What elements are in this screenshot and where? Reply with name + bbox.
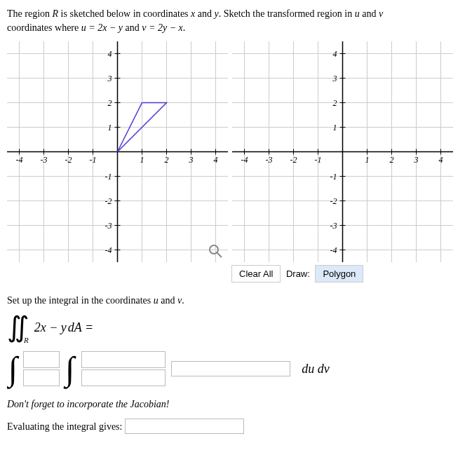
txt: and [195, 8, 214, 19]
outer-limits [23, 351, 60, 386]
var-u: u [154, 295, 159, 306]
inner-upper-limit-input[interactable] [81, 351, 166, 368]
outer-lower-limit-input[interactable] [23, 369, 60, 386]
svg-text:-4: -4 [105, 245, 112, 255]
svg-text:4: 4 [439, 155, 443, 165]
txt: Set up the integral in the coordinates [7, 295, 154, 306]
inner-integral-icon: ∫ [65, 352, 74, 386]
txt: . [182, 295, 184, 306]
svg-text:-1: -1 [315, 155, 322, 165]
double-integral-icon: ∬ [7, 313, 21, 341]
txt: coordinates where [7, 22, 81, 33]
txt: is sketched below in coordinates [58, 8, 191, 19]
plot-xy-svg: -4-3-2-11234-4-3-2-11234 [7, 41, 228, 262]
svg-text:-4: -4 [16, 155, 23, 165]
txt: and [159, 295, 177, 306]
integrand: 2x − y [34, 320, 67, 335]
svg-text:2: 2 [165, 155, 169, 165]
txt: . [183, 22, 186, 33]
svg-text:4: 4 [333, 49, 337, 59]
polygon-tool-button[interactable]: Polygon [315, 265, 363, 283]
svg-text:2: 2 [333, 98, 337, 108]
svg-text:1: 1 [333, 123, 337, 132]
svg-text:3: 3 [332, 74, 337, 83]
svg-text:-1: -1 [105, 172, 112, 182]
svg-text:2: 2 [108, 98, 112, 108]
plots-row: -4-3-2-11234-4-3-2-11234 -4-3-2-11234-4-… [7, 41, 465, 262]
svg-text:-3: -3 [266, 155, 273, 165]
plot-xy: -4-3-2-11234-4-3-2-11234 [7, 41, 228, 262]
outer-upper-limit-input[interactable] [23, 351, 60, 368]
jacobian-note: Don't forget to incorporate the Jacobian… [7, 399, 465, 410]
svg-text:3: 3 [107, 74, 112, 83]
svg-line-53 [217, 252, 222, 257]
inner-limits [80, 351, 167, 386]
svg-text:4: 4 [214, 155, 218, 165]
txt: and [360, 8, 379, 19]
svg-text:-2: -2 [105, 196, 112, 206]
svg-text:-2: -2 [65, 155, 72, 165]
svg-text:-3: -3 [41, 155, 48, 165]
txt: . Sketch the transformed region in [219, 8, 355, 19]
svg-text:-4: -4 [241, 155, 248, 165]
txt: The region [7, 8, 53, 19]
eq-v: v = 2y − x [142, 22, 183, 33]
dA-equals: dA = [68, 320, 93, 335]
svg-text:3: 3 [414, 155, 419, 165]
svg-text:-2: -2 [290, 155, 297, 165]
svg-text:-1: -1 [90, 155, 97, 165]
region-R: R [53, 8, 59, 19]
evaluate-row: Evaluating the integral gives: [7, 419, 465, 434]
svg-text:3: 3 [189, 155, 194, 165]
svg-text:1: 1 [108, 123, 112, 132]
iterated-integral-row: ∫ ∫ du dv [7, 351, 465, 386]
var-v: v [379, 8, 383, 19]
dudv-label: du dv [302, 362, 330, 376]
draw-label: Draw: [286, 268, 310, 279]
inner-lower-limit-input[interactable] [81, 369, 166, 386]
svg-text:1: 1 [140, 155, 144, 165]
problem-statement: The region R is sketched below in coordi… [7, 7, 465, 34]
integrand-input[interactable] [171, 361, 290, 376]
draw-toolbar: Clear All Draw: Polygon [231, 265, 465, 283]
svg-text:-2: -2 [330, 196, 337, 206]
svg-text:2: 2 [390, 155, 394, 165]
setup-prompt: Set up the integral in the coordinates u… [7, 295, 465, 306]
svg-text:-3: -3 [330, 221, 337, 231]
plot-uv-svg[interactable]: -4-3-2-11234-4-3-2-11234 [232, 41, 453, 262]
svg-text:-1: -1 [330, 172, 337, 182]
svg-text:1: 1 [365, 155, 370, 165]
double-integral-expression: ∬ R 2x − y dA = [7, 313, 465, 341]
svg-text:-4: -4 [330, 245, 337, 255]
region-subscript: R [24, 336, 29, 344]
outer-integral-icon: ∫ [8, 352, 18, 386]
svg-text:-3: -3 [105, 221, 112, 231]
clear-all-button[interactable]: Clear All [231, 265, 281, 283]
var-u: u [355, 8, 360, 19]
eq-u: u = 2x − y [81, 22, 123, 33]
evaluate-answer-input[interactable] [125, 419, 244, 434]
svg-text:4: 4 [108, 49, 112, 59]
plot-uv: -4-3-2-11234-4-3-2-11234 [232, 41, 453, 262]
evaluate-label: Evaluating the integral gives: [7, 421, 125, 432]
txt: and [123, 22, 142, 33]
